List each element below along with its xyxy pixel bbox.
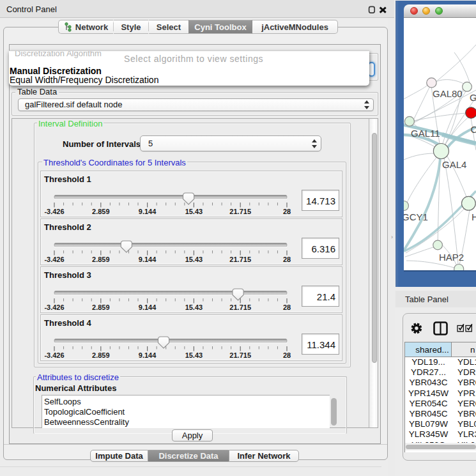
svg-text:-3.426: -3.426	[44, 303, 64, 311]
svg-text:28: 28	[283, 208, 291, 215]
svg-text:21.715: 21.715	[229, 303, 251, 311]
svg-text:9.144: 9.144	[139, 208, 157, 215]
svg-text:21.715: 21.715	[229, 256, 251, 263]
svg-text:GAL4: GAL4	[442, 159, 466, 170]
svg-text:GCY1: GCY1	[404, 211, 428, 222]
svg-text:21.715: 21.715	[229, 208, 251, 215]
svg-text:C: C	[471, 124, 476, 135]
svg-text:9.144: 9.144	[139, 303, 157, 311]
svg-text:G.: G.	[470, 92, 476, 103]
svg-text:28: 28	[283, 351, 291, 359]
svg-text:GAL11: GAL11	[411, 128, 440, 139]
svg-text:2.859: 2.859	[92, 351, 110, 359]
svg-text:-3.426: -3.426	[44, 256, 64, 263]
svg-text:15.43: 15.43	[185, 208, 203, 215]
svg-text:28: 28	[283, 303, 291, 311]
svg-text:9.144: 9.144	[139, 256, 157, 263]
svg-text:-3.426: -3.426	[44, 351, 64, 359]
svg-text:-3.426: -3.426	[44, 208, 64, 215]
svg-text:9.144: 9.144	[139, 351, 157, 359]
svg-text:HAP2: HAP2	[439, 252, 464, 263]
svg-text:28: 28	[283, 256, 291, 263]
svg-text:2.859: 2.859	[92, 303, 110, 311]
svg-text:GAL80: GAL80	[433, 88, 463, 99]
svg-text:15.43: 15.43	[185, 351, 203, 359]
svg-text:2.859: 2.859	[92, 208, 110, 215]
svg-text:2.859: 2.859	[92, 256, 110, 263]
svg-text:21.715: 21.715	[229, 351, 251, 359]
svg-text:H: H	[472, 211, 476, 222]
svg-text:15.43: 15.43	[185, 256, 203, 263]
svg-text:15.43: 15.43	[185, 303, 203, 311]
